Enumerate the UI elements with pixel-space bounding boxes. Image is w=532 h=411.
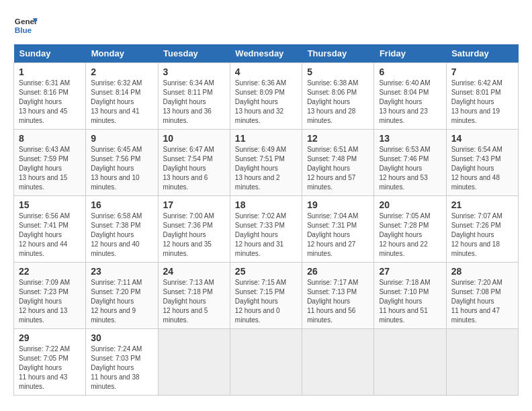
calendar-cell: 3 Sunrise: 6:34 AM Sunset: 8:11 PM Dayli…	[158, 63, 230, 130]
calendar-cell: 13 Sunrise: 6:53 AM Sunset: 7:46 PM Dayl…	[374, 130, 446, 196]
day-info: Sunrise: 6:32 AM Sunset: 8:14 PM Dayligh…	[91, 79, 152, 126]
day-info: Sunrise: 7:13 AM Sunset: 7:18 PM Dayligh…	[163, 278, 225, 325]
calendar-cell: 9 Sunrise: 6:45 AM Sunset: 7:56 PM Dayli…	[86, 130, 158, 196]
calendar-cell: 18 Sunrise: 7:02 AM Sunset: 7:33 PM Dayl…	[230, 196, 302, 263]
calendar-table: SundayMondayTuesdayWednesdayThursdayFrid…	[13, 44, 519, 396]
day-info: Sunrise: 7:04 AM Sunset: 7:31 PM Dayligh…	[307, 212, 369, 259]
day-number: 24	[163, 266, 225, 277]
day-info: Sunrise: 6:56 AM Sunset: 7:41 PM Dayligh…	[19, 212, 81, 259]
day-info: Sunrise: 7:05 AM Sunset: 7:28 PM Dayligh…	[379, 212, 441, 259]
calendar-cell	[230, 329, 302, 396]
day-number: 11	[235, 133, 297, 144]
day-number: 30	[91, 332, 152, 343]
day-info: Sunrise: 6:40 AM Sunset: 8:04 PM Dayligh…	[379, 79, 441, 126]
day-info: Sunrise: 6:45 AM Sunset: 7:56 PM Dayligh…	[91, 145, 152, 192]
day-number: 25	[235, 266, 297, 277]
day-header-saturday: Saturday	[446, 44, 518, 63]
calendar-cell: 24 Sunrise: 7:13 AM Sunset: 7:18 PM Dayl…	[158, 263, 230, 329]
calendar-cell	[446, 329, 518, 396]
week-row-4: 22 Sunrise: 7:09 AM Sunset: 7:23 PM Dayl…	[14, 263, 519, 329]
calendar-cell: 17 Sunrise: 7:00 AM Sunset: 7:36 PM Dayl…	[158, 196, 230, 263]
day-number: 20	[379, 199, 441, 210]
week-row-2: 8 Sunrise: 6:43 AM Sunset: 7:59 PM Dayli…	[14, 130, 519, 196]
day-info: Sunrise: 6:49 AM Sunset: 7:51 PM Dayligh…	[235, 145, 297, 192]
calendar-cell: 25 Sunrise: 7:15 AM Sunset: 7:15 PM Dayl…	[230, 263, 302, 329]
day-number: 21	[451, 199, 513, 210]
day-info: Sunrise: 7:02 AM Sunset: 7:33 PM Dayligh…	[235, 212, 297, 259]
day-info: Sunrise: 6:51 AM Sunset: 7:48 PM Dayligh…	[307, 145, 369, 192]
day-number: 9	[91, 133, 152, 144]
calendar-cell: 8 Sunrise: 6:43 AM Sunset: 7:59 PM Dayli…	[14, 130, 86, 196]
day-info: Sunrise: 6:34 AM Sunset: 8:11 PM Dayligh…	[163, 79, 225, 126]
day-info: Sunrise: 7:18 AM Sunset: 7:10 PM Dayligh…	[379, 278, 441, 325]
week-row-3: 15 Sunrise: 6:56 AM Sunset: 7:41 PM Dayl…	[14, 196, 519, 263]
day-header-friday: Friday	[374, 44, 446, 63]
day-info: Sunrise: 7:24 AM Sunset: 7:03 PM Dayligh…	[91, 345, 152, 392]
calendar-cell: 26 Sunrise: 7:17 AM Sunset: 7:13 PM Dayl…	[302, 263, 374, 329]
calendar-cell: 1 Sunrise: 6:31 AM Sunset: 8:16 PM Dayli…	[14, 63, 86, 130]
day-number: 29	[19, 332, 81, 343]
logo: General Blue	[13, 13, 38, 38]
calendar-cell: 28 Sunrise: 7:20 AM Sunset: 7:08 PM Dayl…	[446, 263, 518, 329]
day-info: Sunrise: 6:58 AM Sunset: 7:38 PM Dayligh…	[91, 212, 152, 259]
week-row-5: 29 Sunrise: 7:22 AM Sunset: 7:05 PM Dayl…	[14, 329, 519, 396]
day-info: Sunrise: 7:09 AM Sunset: 7:23 PM Dayligh…	[19, 278, 81, 325]
day-number: 7	[451, 66, 513, 77]
calendar-cell: 7 Sunrise: 6:42 AM Sunset: 8:01 PM Dayli…	[446, 63, 518, 130]
calendar-cell: 2 Sunrise: 6:32 AM Sunset: 8:14 PM Dayli…	[86, 63, 158, 130]
day-info: Sunrise: 7:20 AM Sunset: 7:08 PM Dayligh…	[451, 278, 513, 325]
calendar-cell: 20 Sunrise: 7:05 AM Sunset: 7:28 PM Dayl…	[374, 196, 446, 263]
calendar-cell	[158, 329, 230, 396]
day-number: 2	[91, 66, 152, 77]
calendar-cell: 16 Sunrise: 6:58 AM Sunset: 7:38 PM Dayl…	[86, 196, 158, 263]
day-number: 26	[307, 266, 369, 277]
calendar-cell: 19 Sunrise: 7:04 AM Sunset: 7:31 PM Dayl…	[302, 196, 374, 263]
calendar-cell: 29 Sunrise: 7:22 AM Sunset: 7:05 PM Dayl…	[14, 329, 86, 396]
calendar-cell: 11 Sunrise: 6:49 AM Sunset: 7:51 PM Dayl…	[230, 130, 302, 196]
day-number: 10	[163, 133, 225, 144]
day-number: 1	[19, 66, 81, 77]
day-header-thursday: Thursday	[302, 44, 374, 63]
day-number: 27	[379, 266, 441, 277]
day-number: 16	[91, 199, 152, 210]
day-info: Sunrise: 6:43 AM Sunset: 7:59 PM Dayligh…	[19, 145, 81, 192]
day-info: Sunrise: 6:47 AM Sunset: 7:54 PM Dayligh…	[163, 145, 225, 192]
day-number: 22	[19, 266, 81, 277]
day-number: 28	[451, 266, 513, 277]
calendar-cell: 6 Sunrise: 6:40 AM Sunset: 8:04 PM Dayli…	[374, 63, 446, 130]
day-info: Sunrise: 6:38 AM Sunset: 8:06 PM Dayligh…	[307, 79, 369, 126]
day-number: 15	[19, 199, 81, 210]
day-number: 8	[19, 133, 81, 144]
calendar-cell: 12 Sunrise: 6:51 AM Sunset: 7:48 PM Dayl…	[302, 130, 374, 196]
day-number: 14	[451, 133, 513, 144]
day-info: Sunrise: 6:42 AM Sunset: 8:01 PM Dayligh…	[451, 79, 513, 126]
svg-text:Blue: Blue	[15, 26, 32, 34]
day-info: Sunrise: 7:22 AM Sunset: 7:05 PM Dayligh…	[19, 345, 81, 392]
day-header-wednesday: Wednesday	[230, 44, 302, 63]
calendar-cell: 23 Sunrise: 7:11 AM Sunset: 7:20 PM Dayl…	[86, 263, 158, 329]
day-info: Sunrise: 6:31 AM Sunset: 8:16 PM Dayligh…	[19, 79, 81, 126]
day-number: 19	[307, 199, 369, 210]
day-number: 13	[379, 133, 441, 144]
week-row-1: 1 Sunrise: 6:31 AM Sunset: 8:16 PM Dayli…	[14, 63, 519, 130]
calendar-cell: 27 Sunrise: 7:18 AM Sunset: 7:10 PM Dayl…	[374, 263, 446, 329]
day-number: 3	[163, 66, 225, 77]
calendar-cell: 15 Sunrise: 6:56 AM Sunset: 7:41 PM Dayl…	[14, 196, 86, 263]
day-number: 17	[163, 199, 225, 210]
calendar-cell: 10 Sunrise: 6:47 AM Sunset: 7:54 PM Dayl…	[158, 130, 230, 196]
day-header-monday: Monday	[86, 44, 158, 63]
day-info: Sunrise: 7:15 AM Sunset: 7:15 PM Dayligh…	[235, 278, 297, 325]
calendar-cell: 5 Sunrise: 6:38 AM Sunset: 8:06 PM Dayli…	[302, 63, 374, 130]
calendar-cell: 22 Sunrise: 7:09 AM Sunset: 7:23 PM Dayl…	[14, 263, 86, 329]
day-header-sunday: Sunday	[14, 44, 86, 63]
logo-icon: General Blue	[13, 13, 38, 38]
calendar-cell: 30 Sunrise: 7:24 AM Sunset: 7:03 PM Dayl…	[86, 329, 158, 396]
day-number: 12	[307, 133, 369, 144]
calendar-cell: 21 Sunrise: 7:07 AM Sunset: 7:26 PM Dayl…	[446, 196, 518, 263]
day-header-tuesday: Tuesday	[158, 44, 230, 63]
day-info: Sunrise: 7:17 AM Sunset: 7:13 PM Dayligh…	[307, 278, 369, 325]
day-info: Sunrise: 6:54 AM Sunset: 7:43 PM Dayligh…	[451, 145, 513, 192]
day-info: Sunrise: 6:53 AM Sunset: 7:46 PM Dayligh…	[379, 145, 441, 192]
calendar-cell: 4 Sunrise: 6:36 AM Sunset: 8:09 PM Dayli…	[230, 63, 302, 130]
day-number: 4	[235, 66, 297, 77]
